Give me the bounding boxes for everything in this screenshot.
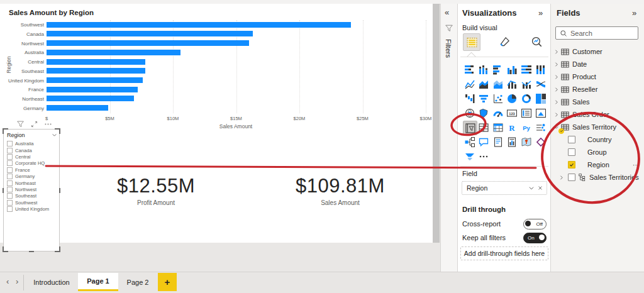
field-item-sales-territories[interactable]: Sales Territories: [551, 171, 644, 184]
bar-northwest[interactable]: [47, 40, 249, 46]
chevron-right-icon[interactable]: [558, 175, 564, 180]
collapse-pane-icon[interactable]: »: [632, 8, 636, 18]
bar-united-kingdom[interactable]: [47, 77, 143, 83]
visual-type-kpi-icon[interactable]: [534, 106, 547, 119]
field-table-sales-order[interactable]: Sales Order: [551, 108, 644, 121]
checkbox[interactable]: [7, 206, 13, 212]
analytics-mode-icon[interactable]: [528, 33, 545, 50]
visual-type-card-icon[interactable]: 123: [506, 106, 519, 119]
field-item-group[interactable]: Group: [551, 146, 644, 158]
slicer-item-northeast[interactable]: Northeast: [7, 180, 36, 186]
visual-type-funnel-chart-icon[interactable]: [477, 92, 491, 105]
drill-through-drop-area[interactable]: Add drill-through fields here: [460, 246, 548, 260]
visual-type-more-options-icon[interactable]: [477, 150, 491, 163]
focus-mode-icon[interactable]: [30, 120, 38, 128]
bar-chart-visual[interactable]: Sales Amount by Region SouthwestCanadaNo…: [5, 6, 430, 130]
build-visual-mode-icon[interactable]: [463, 33, 480, 51]
region-slicer[interactable]: Region AustraliaCanadaCentralCorporate H…: [3, 129, 60, 252]
chevron-down-icon[interactable]: [52, 132, 57, 138]
selection-handle[interactable]: [59, 188, 60, 193]
slicer-item-southeast[interactable]: Southeast: [7, 193, 36, 199]
visual-type-r-script-icon[interactable]: R: [506, 121, 519, 134]
report-canvas[interactable]: Sales Amount by Region SouthwestCanadaNo…: [0, 4, 433, 243]
fields-search-input[interactable]: Search: [555, 26, 638, 40]
filters-pane-collapsed[interactable]: « Filters: [440, 4, 458, 272]
field-checkbox[interactable]: [568, 161, 575, 169]
more-dots-icon[interactable]: [44, 120, 52, 128]
selection-handle[interactable]: [3, 188, 4, 193]
page-tab-introduction[interactable]: Introduction: [25, 273, 78, 291]
profit-amount-card[interactable]: $12.55M Profit Amount: [82, 175, 230, 213]
bar-australia[interactable]: [47, 50, 180, 55]
page-tab-page-1[interactable]: Page 1: [78, 273, 118, 291]
slicer-item-central[interactable]: Central: [7, 153, 30, 160]
field-table-sales-territory[interactable]: Sales Territory: [551, 121, 644, 133]
selection-handle[interactable]: [29, 251, 34, 252]
slicer-item-france[interactable]: France: [7, 167, 30, 173]
next-page-arrow[interactable]: ›: [16, 277, 18, 286]
field-table-product[interactable]: Product: [551, 70, 644, 83]
field-item-region[interactable]: Region⋯: [551, 158, 644, 171]
slicer-item-germany[interactable]: Germany: [7, 174, 35, 180]
slicer-item-united-kingdom[interactable]: United Kingdom: [7, 206, 49, 213]
selection-handle[interactable]: [3, 246, 8, 252]
bar-france[interactable]: [47, 87, 138, 92]
visual-type-pie-chart-icon[interactable]: [506, 92, 519, 105]
field-checkbox[interactable]: [568, 174, 575, 181]
visual-type-matrix-icon[interactable]: [491, 121, 504, 134]
visual-type-python-visual-icon[interactable]: Py: [519, 121, 533, 134]
visual-type-map-icon[interactable]: [463, 106, 476, 119]
more-options-icon[interactable]: ⋯: [633, 161, 640, 169]
keep-all-filters-toggle[interactable]: On: [523, 233, 547, 243]
visual-type-hundred-stacked-column-chart-icon[interactable]: [534, 63, 547, 76]
visual-type-qa-icon[interactable]: [477, 135, 491, 148]
visual-type-multi-row-card-icon[interactable]: [519, 106, 533, 119]
visual-type-key-influencers-icon[interactable]: [534, 121, 547, 134]
chevron-down-icon[interactable]: [553, 124, 559, 130]
visual-type-donut-chart-icon[interactable]: [519, 92, 533, 105]
checkbox[interactable]: [7, 148, 13, 153]
filter-funnel-icon[interactable]: [16, 120, 25, 128]
slicer-item-corporate-hq[interactable]: Corporate HQ: [7, 160, 45, 167]
visual-type-line-stacked-column-chart-icon[interactable]: [506, 77, 519, 91]
field-checkbox[interactable]: [568, 136, 575, 143]
slicer-item-australia[interactable]: Australia: [7, 141, 34, 147]
field-checkbox[interactable]: [568, 148, 575, 156]
chevron-right-icon[interactable]: [553, 99, 559, 105]
prev-page-arrow[interactable]: ‹: [6, 277, 9, 286]
visual-type-waterfall-chart-icon[interactable]: [463, 92, 476, 105]
visual-type-smart-narrative-icon[interactable]: [491, 135, 504, 148]
visual-type-line-clustered-column-chart-icon[interactable]: [519, 77, 533, 91]
new-page-button[interactable]: +: [158, 273, 177, 291]
checkbox[interactable]: [7, 167, 13, 173]
canvas-scrollbar[interactable]: [433, 4, 440, 243]
remove-field-icon[interactable]: [537, 185, 543, 191]
visual-type-power-apps-icon[interactable]: [534, 135, 547, 148]
chevron-right-icon[interactable]: [553, 112, 559, 118]
visual-type-scatter-chart-icon[interactable]: [491, 92, 504, 105]
field-well-region[interactable]: Region: [462, 181, 547, 195]
field-item-country[interactable]: Country: [551, 133, 644, 146]
bar-central[interactable]: [47, 59, 145, 65]
visual-type-clustered-bar-chart-icon[interactable]: [491, 63, 504, 76]
slicer-item-canada[interactable]: Canada: [7, 147, 32, 153]
visual-type-arcgis-map-icon[interactable]: [519, 135, 533, 148]
visual-type-paginated-report-icon[interactable]: [506, 135, 519, 148]
visual-type-filled-map-icon[interactable]: [477, 106, 491, 119]
bar-southeast[interactable]: [47, 68, 145, 74]
visual-type-gauge-icon[interactable]: [491, 106, 504, 119]
chevron-right-icon[interactable]: [553, 62, 559, 67]
visual-type-power-automate-icon[interactable]: [463, 150, 476, 163]
visual-type-area-chart-icon[interactable]: [477, 77, 491, 91]
slicer-item-northwest[interactable]: Northwest: [7, 186, 36, 192]
visual-type-stacked-bar-chart-icon[interactable]: [463, 63, 476, 76]
visual-type-decomposition-tree-icon[interactable]: [463, 135, 476, 148]
field-table-reseller[interactable]: Reseller: [551, 83, 644, 96]
selection-handle[interactable]: [55, 246, 60, 252]
checkbox[interactable]: [7, 200, 13, 206]
field-table-sales[interactable]: Sales: [551, 96, 644, 108]
visual-type-treemap-icon[interactable]: [534, 92, 547, 105]
visual-type-clustered-column-chart-icon[interactable]: [506, 63, 519, 76]
chevron-down-icon[interactable]: [528, 185, 535, 191]
checkbox[interactable]: [7, 141, 13, 146]
